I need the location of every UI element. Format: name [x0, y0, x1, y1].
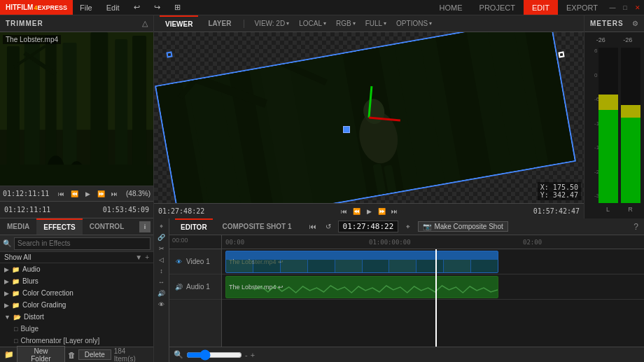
viewer-next-button[interactable]: ⏭ — [388, 206, 400, 217]
meters-peak-labels: -26 -26 — [587, 35, 641, 45]
timeline-snap-icon[interactable]: ⌖ — [402, 221, 414, 232]
effects-search-input[interactable] — [14, 237, 150, 250]
viewer-y-coord: Y: 342.47 — [540, 191, 578, 199]
video-visibility-button[interactable]: 👁 — [174, 257, 183, 267]
panel-tab-icon[interactable]: i — [139, 221, 150, 232]
svg-rect-6 — [90, 32, 108, 186]
playhead[interactable] — [435, 249, 437, 347]
trim-forward-button[interactable]: ⏩ — [95, 188, 106, 200]
meter-left-peak: -26 — [596, 36, 606, 43]
panel-tabs: MedIA EFFECTS CONTROL i — [0, 218, 153, 235]
viewer-tab[interactable]: VIEWER — [160, 15, 198, 32]
media-tab[interactable]: MedIA — [0, 218, 36, 235]
trimmer-video-frame — [0, 32, 153, 186]
trimmer-start-time: 01:12:11:11 — [4, 206, 50, 214]
transport-move-icon[interactable]: ↕ — [156, 266, 167, 276]
meters-title: METERS — [590, 20, 624, 27]
meters-settings-icon[interactable]: ⚙ — [632, 20, 638, 27]
right-area: VIEWER LAYER VIEW: 2D LOCAL RGB FULL OPT… — [154, 15, 644, 362]
left-panel: TRIMMER △ — [0, 15, 154, 362]
local-dropdown[interactable]: LOCAL — [296, 20, 329, 27]
effects-add-icon[interactable]: + — [145, 253, 149, 261]
grid-button[interactable]: ⊞ — [167, 0, 188, 15]
trim-prev-button[interactable]: ⏮ — [55, 188, 66, 200]
rgb-dropdown[interactable]: RGB — [333, 20, 358, 27]
viewer-prev-button[interactable]: ⏮ — [338, 206, 349, 217]
audio-track-row: The Lobster.mp4 ↩ — [222, 274, 644, 300]
minimize-button[interactable]: — — [606, 0, 619, 15]
top-bar: HITFILM4EXPRESS File Edit ↩ ↪ ⊞ HOME PRO… — [0, 0, 644, 15]
viewer-forward-button[interactable]: ⏩ — [376, 206, 387, 217]
timeline-zoom-slider[interactable] — [186, 351, 242, 359]
timeline-ruler: 00:00 01:00:00:00 02:00 — [222, 235, 644, 249]
transport-arrow-icon[interactable]: ↔ — [156, 277, 167, 287]
effect-chromenator[interactable]: □ Chromenator [Layer only] — [0, 335, 153, 347]
transport-snap-icon[interactable]: ⌖ — [156, 221, 167, 231]
timeline-help-icon[interactable]: ? — [634, 222, 638, 232]
redo-button[interactable]: ↪ — [147, 0, 167, 15]
timeline-prev-icon[interactable]: ⏮ — [307, 221, 318, 232]
effect-bulge[interactable]: □ Bulge — [0, 323, 153, 335]
search-icon: 🔍 — [3, 239, 11, 247]
trim-next-button[interactable]: ⏭ — [108, 188, 120, 200]
edit-menu[interactable]: Edit — [99, 0, 127, 15]
effects-category-blurs[interactable]: ▶ 📁 Blurs — [0, 275, 153, 287]
meter-right-label: R — [621, 206, 640, 213]
layer-tab[interactable]: LAYER — [202, 15, 237, 32]
app-edition: EXPRESS — [37, 4, 67, 11]
effects-sort-icon[interactable]: ▼ — [135, 253, 142, 261]
ruler-mark-1: 01:00:00:00 — [369, 239, 411, 246]
effects-category-distort[interactable]: ▼ 📂 Distort — [0, 311, 153, 323]
timeline-tracks: The Lobster.mp4 ↩ — [222, 249, 644, 347]
timeline-zoom-in-icon[interactable]: + — [251, 351, 255, 359]
audio-clip[interactable]: The Lobster.mp4 ↩ — [225, 276, 498, 298]
viewer-play-button[interactable]: ▶ — [363, 206, 374, 217]
viewer-back-button[interactable]: ⏪ — [351, 206, 362, 217]
make-composite-button[interactable]: 📷 Make Composite Shot — [418, 221, 507, 232]
editor-tab[interactable]: EDITOR — [175, 218, 213, 235]
delete-icon: 🗑 — [68, 351, 76, 359]
transport-eye-icon[interactable]: 👁 — [156, 300, 167, 309]
effects-category-color-grading[interactable]: ▶ 📁 Color Grading — [0, 299, 153, 311]
viewer-canvas: X: 175.50 Y: 342.47 — [154, 32, 584, 203]
maximize-button[interactable]: □ — [619, 0, 631, 15]
trimmer-panel: TRIMMER △ — [0, 15, 153, 218]
controls-tab[interactable]: CONTROL — [83, 218, 131, 235]
file-menu[interactable]: File — [73, 0, 99, 15]
full-dropdown[interactable]: FULL — [363, 20, 389, 27]
timeline-loop-icon[interactable]: ↺ — [323, 221, 334, 232]
new-folder-button[interactable]: New Folder — [17, 346, 65, 363]
transport-link-icon[interactable]: 🔗 — [156, 232, 167, 242]
nav-export[interactable]: EXPORT — [558, 0, 606, 15]
effects-category-audio[interactable]: ▶ 📁 Audio — [0, 263, 153, 275]
video-track-name: Video 1 — [186, 258, 210, 265]
trimmer-header: TRIMMER △ — [0, 15, 153, 32]
nav-project[interactable]: PROJECT — [471, 0, 524, 15]
nav-home[interactable]: HOME — [431, 0, 471, 15]
options-dropdown[interactable]: OPTIONS — [393, 20, 435, 27]
nav-edit[interactable]: EDIT — [524, 0, 558, 15]
trimmer-expand-icon[interactable]: △ — [142, 19, 148, 28]
video-clip[interactable]: The Lobster.mp4 ↩ — [225, 251, 498, 273]
transport-speaker-icon[interactable]: 🔊 — [156, 288, 167, 298]
trimmer-footer: 01:12:11:11 01:53:45:09 — [0, 201, 153, 218]
close-button[interactable]: ✕ — [631, 0, 644, 15]
transport-razor-icon[interactable]: ✂ — [156, 244, 167, 253]
audio-mute-button[interactable]: 🔊 — [174, 282, 183, 292]
delete-button[interactable]: Delete — [78, 349, 111, 360]
trimmer-time-display: 01:12:11:11 — [3, 190, 49, 197]
ruler-mark-2: 02:00 — [523, 239, 542, 246]
effects-filter: Show All ▼ + — [0, 252, 153, 263]
effects-category-color-correction[interactable]: ▶ 📁 Color Correction — [0, 287, 153, 299]
trim-play-button[interactable]: ▶ — [82, 188, 93, 200]
undo-button[interactable]: ↩ — [127, 0, 147, 15]
view-2d-dropdown[interactable]: VIEW: 2D — [251, 20, 292, 27]
timeline-zoom-out-icon[interactable]: - — [245, 351, 248, 359]
composite-shot-tab[interactable]: COMPOSITE SHOT 1 — [217, 218, 298, 235]
category-collapse-icon: ▶ — [4, 278, 9, 285]
effects-tab[interactable]: EFFECTS — [36, 218, 83, 235]
folder-icon: 📁 — [12, 290, 20, 297]
video-track-row: The Lobster.mp4 ↩ — [222, 249, 644, 274]
trim-back-button[interactable]: ⏪ — [69, 188, 80, 200]
transport-trim-icon[interactable]: ◁ — [156, 255, 167, 265]
